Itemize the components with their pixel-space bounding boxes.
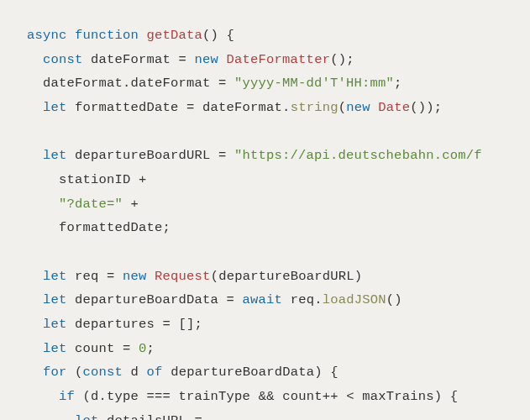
ident: dateFormat	[91, 52, 171, 67]
fn-name: getData	[147, 28, 203, 43]
kw-const: const	[43, 52, 83, 67]
kw-let: let	[43, 341, 67, 356]
ident: departureBoardData	[171, 365, 314, 380]
op-eq: =	[171, 52, 195, 67]
op-eq: =	[211, 148, 235, 163]
number: 0	[139, 341, 147, 356]
kw-await: await	[243, 292, 283, 307]
kw-let: let	[43, 148, 67, 163]
paren-open: (	[75, 389, 91, 404]
op-and: &&	[250, 389, 282, 404]
kw-new: new	[346, 100, 370, 115]
kw-let: let	[43, 269, 67, 284]
class-name: DateFormatter	[227, 52, 331, 67]
ident: departureBoardURL	[75, 148, 211, 163]
method: string	[291, 100, 338, 115]
class-name: Request	[155, 269, 211, 284]
op-lt: <	[338, 389, 363, 404]
paren-close: )	[354, 269, 363, 284]
ident: stationID	[59, 172, 131, 187]
punct: [];	[179, 317, 203, 332]
dot: .	[314, 292, 323, 307]
paren-open: (	[67, 365, 83, 380]
code-block: async function getData() { const dateFor…	[27, 24, 530, 420]
ident: formattedDate	[59, 220, 163, 235]
punct: ());	[410, 100, 442, 115]
kw-let: let	[75, 413, 99, 420]
op-eq: =	[179, 100, 203, 115]
ident: departureBoardData	[75, 292, 218, 307]
op-eq: =	[211, 76, 235, 91]
semi: ;	[163, 220, 171, 235]
ident: req	[75, 269, 99, 284]
op-plus: +	[123, 197, 139, 212]
method: loadJSON	[323, 292, 386, 307]
kw-let: let	[43, 100, 67, 115]
brace-open: {	[218, 28, 234, 43]
kw-for: for	[43, 365, 67, 380]
ident: type	[107, 389, 139, 404]
punct: ()	[202, 28, 218, 43]
ident: count	[282, 389, 323, 404]
op-eq: =	[186, 413, 202, 420]
ident: dateFormat	[202, 100, 282, 115]
ident: formattedDate	[75, 100, 179, 115]
ident: d	[131, 365, 139, 380]
op-inc: ++	[323, 389, 338, 404]
op-eqeqeq: ===	[139, 389, 179, 404]
string: "yyyy-MM-dd'T'HH:mm"	[234, 76, 394, 91]
dot: .	[99, 389, 108, 404]
ident: detailsURL	[107, 413, 186, 420]
brace-open: ) {	[314, 365, 338, 380]
paren-open: (	[211, 269, 219, 284]
ident: dateFormat	[43, 76, 123, 91]
kw-async: async	[27, 28, 67, 43]
dot: .	[123, 76, 131, 91]
brace-open: ) {	[434, 389, 459, 404]
op-eq: =	[155, 317, 179, 332]
op-eq: =	[218, 292, 243, 307]
kw-of: of	[147, 365, 163, 380]
string: "https://api.deutschebahn.com/f	[234, 148, 482, 163]
ident: req	[291, 292, 315, 307]
string: "?date="	[59, 197, 123, 212]
kw-let: let	[43, 292, 67, 307]
punct: ()	[386, 292, 402, 307]
kw-new: new	[123, 269, 147, 284]
ident: trainType	[179, 389, 251, 404]
semi: ;	[147, 341, 155, 356]
kw-function: function	[75, 28, 139, 43]
semi: ;	[394, 76, 402, 91]
kw-const: const	[83, 365, 123, 380]
op-eq: =	[99, 269, 123, 284]
punct: ();	[330, 52, 354, 67]
ident: count	[75, 341, 115, 356]
dot: .	[282, 100, 291, 115]
ident: departures	[75, 317, 155, 332]
kw-let: let	[43, 317, 67, 332]
ident: dateFormat	[131, 76, 211, 91]
ident: d	[91, 389, 99, 404]
ident: departureBoardURL	[218, 269, 354, 284]
kw-new: new	[195, 52, 219, 67]
op-eq: =	[115, 341, 139, 356]
paren-open: (	[338, 100, 347, 115]
class-name: Date	[378, 100, 410, 115]
kw-if: if	[59, 389, 75, 404]
op-plus: +	[131, 172, 147, 187]
ident: maxTrains	[362, 389, 434, 404]
